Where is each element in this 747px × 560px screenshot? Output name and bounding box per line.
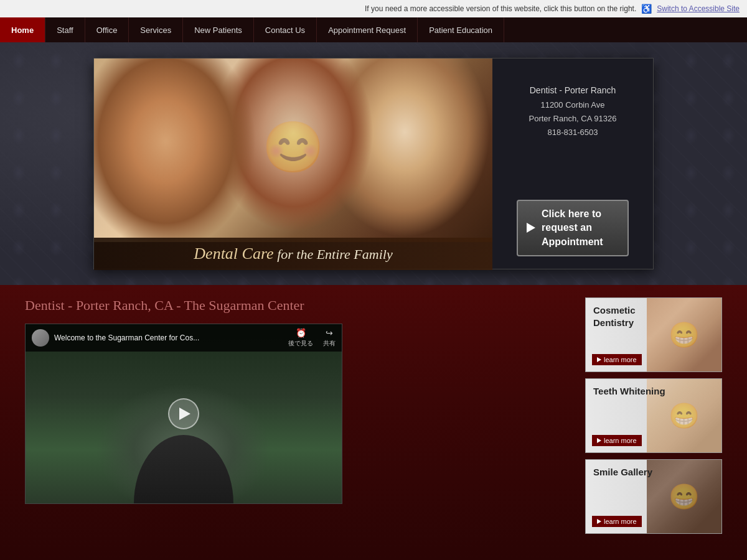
caption-rest: for the Entire Family — [277, 246, 393, 262]
video-header: Welcome to the Sugarman Center for Cos..… — [26, 324, 342, 352]
practice-address1: 11200 Corbin Ave — [529, 98, 617, 112]
hero-caption-text: Dental Care for the Entire Family — [194, 245, 392, 263]
play-button[interactable] — [168, 398, 199, 429]
smile-gallery-card[interactable]: Smile Gallery learn more — [585, 459, 722, 534]
clock-icon: ⏰ — [296, 328, 306, 338]
smile-learn-text: learn more — [604, 518, 637, 525]
nav-contact[interactable]: Contact Us — [254, 17, 317, 42]
cosmetic-play-icon — [597, 357, 601, 362]
video-title-text: Welcome to the Sugarman Center for Cos..… — [54, 334, 283, 342]
cosmetic-dentistry-card[interactable]: CosmeticDentistry learn more — [585, 297, 722, 372]
nav-office[interactable]: Office — [85, 17, 129, 42]
whitening-play-icon — [597, 438, 601, 443]
smile-learn-more[interactable]: learn more — [592, 516, 642, 527]
share-icon: ↪ — [326, 328, 333, 338]
nav-appointment[interactable]: Appointment Request — [317, 17, 418, 42]
lower-section: Dentist - Porter Ranch, CA - The Sugarma… — [0, 285, 747, 560]
nav-patient-education[interactable]: Patient Education — [418, 17, 504, 42]
nav-new-patients[interactable]: New Patients — [183, 17, 254, 42]
wheelchair-icon: ♿ — [641, 4, 652, 14]
video-thumbnail: Welcome to the Sugarman Center for Cos..… — [26, 324, 342, 503]
accessible-site-link[interactable]: Switch to Accessible Site — [657, 4, 740, 13]
whitening-label: Teeth Whitening — [593, 385, 665, 398]
appt-above: Click here to request an — [542, 207, 619, 235]
share-label: 共有 — [323, 339, 336, 348]
hero-caption: Dental Care for the Entire Family — [94, 238, 492, 270]
watch-later-label: 後で見る — [288, 339, 313, 348]
video-person — [121, 366, 246, 503]
whitening-learn-more[interactable]: learn more — [592, 435, 642, 446]
nav-home[interactable]: Home — [0, 17, 45, 42]
hero-inner: Dental Care for the Entire Family Dentis… — [93, 58, 654, 269]
practice-address2: Porter Ranch, CA 91326 — [529, 112, 617, 126]
smile-photo — [647, 460, 721, 533]
nav-staff[interactable]: Staff — [45, 17, 85, 42]
appt-label: Appointment — [542, 235, 619, 249]
nav-services[interactable]: Services — [129, 17, 183, 42]
navbar: Home Staff Office Services New Patients … — [0, 17, 747, 42]
accessibility-message: If you need a more accessible version of… — [365, 4, 636, 13]
hero-image-area: Dental Care for the Entire Family — [94, 58, 492, 270]
share-group: ↪ 共有 — [323, 328, 336, 348]
appointment-button-text: Click here to request an Appointment — [542, 207, 619, 249]
accessibility-bar: If you need a more accessible version of… — [0, 0, 747, 17]
hero-info: Dentist - Porter Ranch 11200 Corbin Ave … — [492, 58, 653, 269]
cosmetic-learn-text: learn more — [604, 356, 637, 363]
practice-phone: 818-831-6503 — [529, 126, 617, 139]
teeth-whitening-card[interactable]: Teeth Whitening learn more — [585, 378, 722, 453]
video-header-icons: ⏰ 後で見る ↪ 共有 — [288, 328, 336, 348]
watch-later-group: ⏰ 後で見る — [288, 328, 313, 348]
cosmetic-learn-more[interactable]: learn more — [592, 354, 642, 365]
play-icon — [527, 223, 535, 233]
practice-name: Dentist - Porter Ranch — [529, 83, 617, 98]
smile-play-icon — [597, 519, 601, 524]
lower-left: Dentist - Porter Ranch, CA - The Sugarma… — [25, 297, 566, 548]
practice-info: Dentist - Porter Ranch 11200 Corbin Ave … — [529, 83, 617, 139]
play-triangle-large — [179, 408, 190, 420]
video-avatar — [32, 329, 49, 347]
lower-title: Dentist - Porter Ranch, CA - The Sugarma… — [25, 297, 566, 314]
family-photo — [94, 58, 492, 242]
whitening-learn-text: learn more — [604, 437, 637, 444]
smile-label: Smile Gallery — [593, 466, 652, 478]
cosmetic-label: CosmeticDentistry — [593, 304, 636, 329]
video-container[interactable]: Welcome to the Sugarman Center for Cos..… — [25, 324, 342, 504]
appointment-button[interactable]: Click here to request an Appointment — [517, 200, 629, 256]
hero-section: Dental Care for the Entire Family Dentis… — [0, 42, 747, 285]
sidebar-cards: CosmeticDentistry learn more Teeth White… — [585, 297, 722, 548]
cosmetic-photo — [647, 298, 721, 371]
caption-script: Dental Care — [194, 245, 273, 263]
